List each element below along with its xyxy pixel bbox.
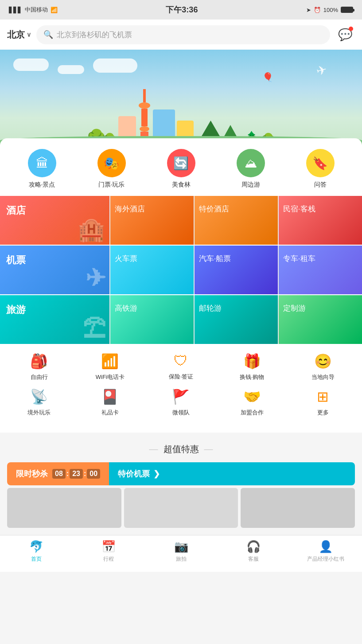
inn-button[interactable]: 民宿·客栈 xyxy=(279,196,362,245)
scenic-icon: 🏛 xyxy=(28,149,56,177)
tickets-label: 门票·玩乐 xyxy=(98,181,125,189)
bus-button[interactable]: 汽车·船票 xyxy=(195,246,278,294)
location-button[interactable]: 北京 ∨ xyxy=(7,29,31,41)
service-icon: 🎧 xyxy=(246,540,261,554)
cruise-label: 邮轮游 xyxy=(199,303,222,313)
train-label: 火车票 xyxy=(115,254,137,264)
flight-button[interactable]: 机票 ✈ xyxy=(0,246,109,294)
nav-photos[interactable]: 📷 旅拍 xyxy=(145,540,217,563)
discount-hotel-button[interactable]: 特价酒店 xyxy=(195,196,278,245)
nav-service[interactable]: 🎧 客服 xyxy=(217,540,289,563)
nav-item-food[interactable]: 🔄 美食林 xyxy=(167,149,195,189)
hotel-decorative-icon: 🏨 xyxy=(78,217,105,242)
wifi-service-label: WiFi电话卡 xyxy=(96,373,125,381)
tickets-icon: 🎭 xyxy=(97,149,126,177)
gift-icon: 🎴 xyxy=(101,388,119,405)
deal-card-3[interactable] xyxy=(241,488,355,528)
food-label: 美食林 xyxy=(172,181,191,189)
bus-label: 汽车·船票 xyxy=(199,254,231,264)
hero-banner: ✈ 🎈 🌳 🌳 🌲 🌳 xyxy=(0,50,362,147)
cruise-button[interactable]: 邮轮游 xyxy=(195,295,278,344)
nav-item-tickets[interactable]: 🎭 门票·玩乐 xyxy=(97,149,126,189)
qa-icon: 🔖 xyxy=(306,149,335,177)
nav-item-nearby[interactable]: ⛰ 周边游 xyxy=(237,149,265,189)
signal-icon: ▋▋▋ xyxy=(9,7,22,13)
search-bar[interactable]: 🔍 北京到洛杉矶的飞机票 xyxy=(36,25,330,44)
service-label: 客服 xyxy=(248,555,259,563)
chevron-down-icon: ∨ xyxy=(27,31,31,38)
nav-home[interactable]: 🐬 首页 xyxy=(0,540,72,563)
service-guide[interactable]: 😊 当地向导 xyxy=(291,353,355,381)
services-row-1: 🎒 自由行 📶 WiFi电话卡 🛡 保险·签证 🎁 换钱·购物 😊 当地向导 xyxy=(4,353,358,381)
overseas-hotel-label: 海外酒店 xyxy=(115,204,145,214)
cloud-3 xyxy=(93,59,137,73)
wifi-icon: 📶 xyxy=(51,7,58,13)
nearby-icon: ⛰ xyxy=(237,149,265,177)
custom-button[interactable]: 定制游 xyxy=(279,295,362,344)
main-card: 🏛 攻略·景点 🎭 门票·玩乐 🔄 美食林 ⛰ 周边游 🔖 问答 酒店 🏨 海外… xyxy=(0,138,362,535)
flight-deals-tab[interactable]: 特价机票 ❯ xyxy=(109,462,355,485)
service-free-travel[interactable]: 🎒 自由行 xyxy=(7,353,71,381)
location-arrow-icon: ➤ xyxy=(306,7,311,13)
search-placeholder: 北京到洛杉矶的飞机票 xyxy=(57,30,132,40)
message-badge xyxy=(349,27,353,31)
status-right: ➤ ⏰ 100% xyxy=(306,7,353,13)
services-row-2: 📡 境外玩乐 🎴 礼品卡 🚩 微领队 🤝 加盟合作 ⊞ 更多 xyxy=(4,388,358,417)
deals-section: 超值特惠 限时秒杀 08 : 23 : 00 特价机票 ❯ xyxy=(0,433,362,535)
service-wifi[interactable]: 📶 WiFi电话卡 xyxy=(78,353,142,381)
food-icon: 🔄 xyxy=(167,149,195,177)
car-button[interactable]: 专车·租车 xyxy=(279,246,362,294)
quick-nav: 🏛 攻略·景点 🎭 门票·玩乐 🔄 美食林 ⛰ 周边游 🔖 问答 xyxy=(0,138,362,196)
status-bar: ▋▋▋ 中国移动 📶 下午3:36 ➤ ⏰ 100% xyxy=(0,0,362,20)
transport-row: 机票 ✈ 火车票 汽车·船票 专车·租车 xyxy=(0,246,362,294)
nearby-label: 周边游 xyxy=(241,181,260,189)
abroad-label: 境外玩乐 xyxy=(27,409,51,417)
profile-label: 产品经理小红书 xyxy=(307,555,344,563)
countdown: 08 : 23 : 00 xyxy=(52,469,100,479)
service-abroad[interactable]: 📡 境外玩乐 xyxy=(7,388,71,417)
nav-trips[interactable]: 📅 行程 xyxy=(72,540,144,563)
inn-label: 民宿·客栈 xyxy=(283,204,315,214)
more-label: 更多 xyxy=(317,409,329,417)
countdown-hours: 08 xyxy=(52,469,66,479)
flash-sale-tab[interactable]: 限时秒杀 08 : 23 : 00 xyxy=(7,462,109,485)
tour-decorative-icon: ⛱ xyxy=(83,315,106,342)
service-insurance[interactable]: 🛡 保险·签证 xyxy=(149,353,213,381)
highspeed-label: 高铁游 xyxy=(115,303,137,313)
deal-card-2[interactable] xyxy=(124,488,238,528)
nav-item-scenic[interactable]: 🏛 攻略·景点 xyxy=(28,149,56,189)
flight-label: 机票 xyxy=(6,254,103,267)
nav-profile[interactable]: 👤 产品经理小红书 xyxy=(290,540,362,563)
free-travel-label: 自由行 xyxy=(31,373,48,381)
highspeed-button[interactable]: 高铁游 xyxy=(110,295,194,344)
wifi-service-icon: 📶 xyxy=(101,353,119,370)
insurance-label: 保险·签证 xyxy=(169,373,194,381)
deals-title-text: 超值特惠 xyxy=(163,443,199,455)
trips-icon: 📅 xyxy=(101,540,116,554)
photos-label: 旅拍 xyxy=(176,555,187,563)
train-button[interactable]: 火车票 xyxy=(110,246,194,294)
home-icon: 🐬 xyxy=(29,540,43,554)
service-team[interactable]: 🚩 微领队 xyxy=(149,388,213,417)
service-gift[interactable]: 🎴 礼品卡 xyxy=(78,388,142,417)
arrow-icon: ❯ xyxy=(153,469,160,479)
message-button[interactable]: 💬 xyxy=(335,25,355,44)
countdown-sep-1: : xyxy=(66,470,69,478)
qa-label: 问答 xyxy=(314,181,327,189)
search-icon: 🔍 xyxy=(43,30,53,39)
tour-button[interactable]: 旅游 ⛱ xyxy=(0,295,109,344)
nav-item-qa[interactable]: 🔖 问答 xyxy=(306,149,335,189)
guide-icon: 😊 xyxy=(314,353,332,370)
franchise-icon: 🤝 xyxy=(243,388,261,405)
hotel-label: 酒店 xyxy=(6,204,103,217)
overseas-hotel-button[interactable]: 海外酒店 xyxy=(110,196,194,245)
alarm-icon: ⏰ xyxy=(314,7,321,13)
hotel-button[interactable]: 酒店 🏨 xyxy=(0,196,109,245)
custom-label: 定制游 xyxy=(283,303,306,313)
deal-card-1[interactable] xyxy=(7,488,121,528)
service-franchise[interactable]: 🤝 加盟合作 xyxy=(220,388,284,417)
service-more[interactable]: ⊞ 更多 xyxy=(291,388,355,417)
hotel-row: 酒店 🏨 海外酒店 特价酒店 民宿·客栈 xyxy=(0,196,362,245)
banner-clouds xyxy=(0,59,362,74)
service-exchange[interactable]: 🎁 换钱·购物 xyxy=(220,353,284,381)
